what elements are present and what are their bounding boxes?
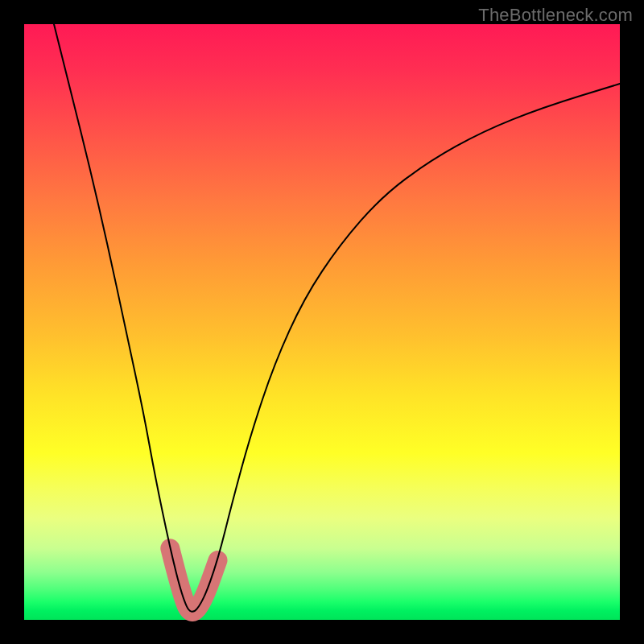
curve-layer <box>24 24 620 620</box>
chart-frame: TheBottleneck.com <box>0 0 644 644</box>
plot-area <box>24 24 620 620</box>
watermark-text: TheBottleneck.com <box>478 5 633 26</box>
bottleneck-curve <box>54 24 620 612</box>
